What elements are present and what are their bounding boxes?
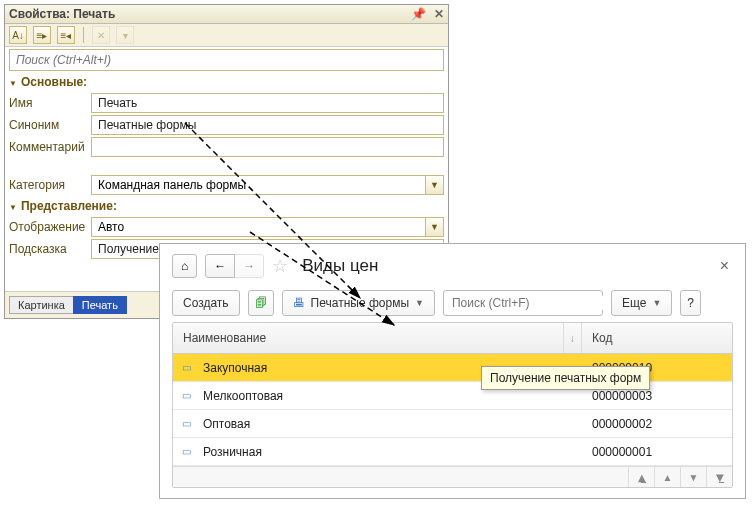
chevron-down-icon: ▼: [652, 298, 661, 308]
field-synonym[interactable]: [91, 115, 444, 135]
help-button[interactable]: ?: [680, 290, 701, 316]
arrow-right-icon: →: [243, 259, 255, 273]
table-row[interactable]: ▭Розничная000000001: [173, 438, 732, 466]
form-nav: ⌂ ← → ☆ Виды цен ×: [160, 244, 745, 284]
row-name: Оптовая: [199, 412, 582, 436]
row-marker-icon: ▭: [173, 418, 199, 429]
more-menu-button[interactable]: Еще ▼: [611, 290, 672, 316]
scroll-down-icon[interactable]: ▼: [680, 467, 706, 487]
more-menu-label: Еще: [622, 296, 646, 310]
table-row[interactable]: ▭Оптовая000000002: [173, 410, 732, 438]
print-forms-label: Печатные формы: [311, 296, 409, 310]
form-search-input[interactable]: [444, 296, 610, 310]
forward-button[interactable]: →: [234, 254, 264, 278]
pin-icon[interactable]: 📌: [411, 7, 426, 21]
scroll-bottom-icon[interactable]: ▼̲: [706, 467, 732, 487]
print-forms-tooltip: Получение печатных форм: [481, 366, 650, 390]
home-button[interactable]: ⌂: [172, 254, 197, 278]
copy-button[interactable]: 🗐: [248, 290, 274, 316]
field-category-value: Командная панель формы: [92, 176, 425, 194]
row-marker-icon: ▭: [173, 446, 199, 457]
create-button-label: Создать: [183, 296, 229, 310]
field-display-value: Авто: [92, 218, 425, 236]
label-category: Категория: [9, 178, 87, 192]
price-types-table: Наименование ↓ Код ▭Закупочная000000010▭…: [172, 322, 733, 488]
form-close-icon[interactable]: ×: [716, 257, 733, 275]
row-name: Розничная: [199, 440, 582, 464]
dropdown-button: ▾: [116, 26, 134, 44]
section-basic[interactable]: Основные:: [9, 73, 444, 91]
toolbar-divider: [83, 27, 84, 43]
field-display[interactable]: Авто ▼: [91, 217, 444, 237]
arrow-left-icon: ←: [214, 259, 226, 273]
label-synonym: Синоним: [9, 118, 87, 132]
label-name: Имя: [9, 96, 87, 110]
field-category[interactable]: Командная панель формы ▼: [91, 175, 444, 195]
footer-tab-image[interactable]: Картинка: [9, 296, 74, 314]
question-icon: ?: [687, 296, 694, 310]
scroll-up-icon[interactable]: ▲: [654, 467, 680, 487]
properties-title-text: Свойства: Печать: [9, 7, 115, 21]
back-button[interactable]: ←: [205, 254, 235, 278]
form-search[interactable]: ×: [443, 290, 603, 316]
footer-tab-print[interactable]: Печать: [73, 296, 127, 314]
star-icon[interactable]: ☆: [272, 255, 288, 277]
chevron-down-icon: ▼: [415, 298, 424, 308]
print-forms-button[interactable]: 🖶 Печатные формы ▼: [282, 290, 435, 316]
sort-indicator-icon[interactable]: ↓: [564, 323, 582, 353]
label-comment: Комментарий: [9, 140, 87, 154]
printer-icon: 🖶: [293, 296, 305, 310]
sort-categorized-button[interactable]: A↓: [9, 26, 27, 44]
delete-button: ✕: [92, 26, 110, 44]
chevron-down-icon[interactable]: ▼: [425, 176, 443, 194]
label-hint: Подсказка: [9, 242, 87, 256]
column-name[interactable]: Наименование: [173, 323, 564, 353]
properties-toolbar: A↓ ≡▸ ≡◂ ✕ ▾: [5, 24, 448, 47]
properties-titlebar: Свойства: Печать 📌 ✕: [5, 5, 448, 24]
row-marker-icon: ▭: [173, 362, 199, 373]
row-code: 000000001: [582, 440, 732, 464]
section-presentation[interactable]: Представление:: [9, 197, 444, 215]
table-scroll-buttons: ▲̲ ▲ ▼ ▼̲: [173, 466, 732, 487]
label-display: Отображение: [9, 220, 87, 234]
expand-button[interactable]: ≡▸: [33, 26, 51, 44]
field-comment[interactable]: [91, 137, 444, 157]
home-icon: ⌂: [181, 259, 188, 273]
scroll-top-icon[interactable]: ▲̲: [628, 467, 654, 487]
create-button[interactable]: Создать: [172, 290, 240, 316]
form-toolbar: Создать 🗐 🖶 Печатные формы ▼ × Еще ▼ ? П…: [160, 284, 745, 322]
form-title: Виды цен: [296, 256, 378, 276]
copy-icon: 🗐: [255, 296, 267, 310]
properties-search-input[interactable]: [9, 49, 444, 71]
collapse-button[interactable]: ≡◂: [57, 26, 75, 44]
row-marker-icon: ▭: [173, 390, 199, 401]
price-types-window: ⌂ ← → ☆ Виды цен × Создать 🗐 🖶 Печатные …: [159, 243, 746, 499]
row-code: 000000002: [582, 412, 732, 436]
close-icon[interactable]: ✕: [434, 7, 444, 21]
chevron-down-icon[interactable]: ▼: [425, 218, 443, 236]
table-header: Наименование ↓ Код: [173, 323, 732, 354]
field-name[interactable]: [91, 93, 444, 113]
column-code[interactable]: Код: [582, 323, 732, 353]
